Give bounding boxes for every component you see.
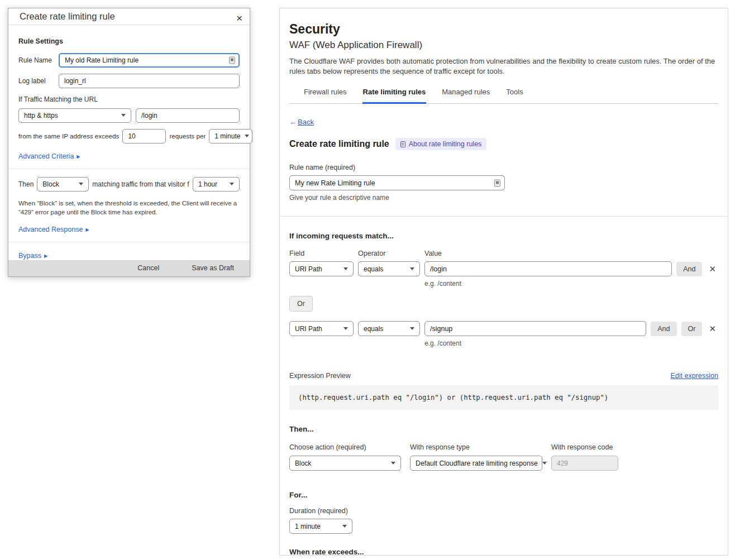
advanced-criteria-link[interactable]: Advanced Criteria	[18, 152, 80, 160]
chevron-down-icon	[343, 267, 348, 270]
dialog-header: Create rate limiting rule ×	[8, 8, 250, 25]
rule-name-input[interactable]	[59, 53, 240, 68]
response-type-label: With response type	[410, 443, 542, 451]
tab-tools[interactable]: Tools	[505, 88, 523, 104]
value-column-label: Value	[424, 250, 718, 257]
or-button[interactable]: Or	[681, 322, 703, 336]
cancel-button[interactable]: Cancel	[134, 264, 163, 272]
for-heading: For...	[289, 491, 718, 499]
ban-duration-select[interactable]: 1 hour	[193, 177, 240, 192]
rate-limit-dialog: Create rate limiting rule × Rule Setting…	[8, 8, 250, 277]
log-label-row: Log label	[18, 74, 240, 88]
tab-managed-rules[interactable]: Managed rules	[441, 88, 490, 104]
about-rate-limiting-badge[interactable]: About rate limiting rules	[395, 138, 487, 150]
chevron-down-icon	[342, 525, 347, 528]
log-label-label: Log label	[18, 77, 54, 85]
condition-row: URI Path equals And Or ✕	[289, 321, 718, 336]
chevron-down-icon	[230, 183, 234, 185]
action-select[interactable]: Block	[37, 177, 89, 192]
duration-select[interactable]: 1 minute	[289, 519, 352, 534]
save-as-draft-button[interactable]: Save as Draft	[188, 264, 237, 272]
edit-expression-link[interactable]: Edit expression	[671, 372, 718, 380]
back-link[interactable]: ←Back	[289, 118, 314, 126]
bypass-link[interactable]: Bypass	[18, 252, 47, 260]
rate-exceeds-heading: When rate exceeds...	[289, 548, 718, 556]
then-heading: Then...	[289, 425, 718, 433]
divider	[280, 216, 728, 217]
url-match-row: http & https	[18, 108, 240, 123]
operator-select[interactable]: equals	[358, 261, 420, 276]
waf-tab-bar: Firewall rules Rate limiting rules Manag…	[289, 88, 718, 104]
threshold-suffix: requests per	[169, 132, 206, 140]
condition-row: URI Path equals And ✕	[289, 261, 718, 276]
scheme-select[interactable]: http & https	[18, 108, 131, 123]
expression-preview-code: (http.request.uri.path eq "/login") or (…	[289, 385, 718, 410]
and-button[interactable]: And	[676, 262, 702, 276]
chevron-down-icon	[542, 462, 547, 465]
condition-column-headers: Field Operator Value	[289, 250, 718, 257]
response-code-input	[551, 456, 618, 471]
chevron-down-icon	[79, 183, 83, 185]
chevron-down-icon	[391, 462, 395, 465]
block-note: When “Block” is set, when the threshold …	[18, 199, 240, 217]
dialog-footer: Cancel Save as Draft	[8, 260, 250, 276]
threshold-sentence: from the same IP address exceeds request…	[18, 129, 240, 143]
then-suffix: matching traffic from that visitor for	[92, 180, 189, 188]
duration-label: Duration (required)	[289, 507, 718, 515]
divider	[8, 242, 250, 242]
security-waf-page: Security WAF (Web Application Firewall) …	[279, 8, 728, 556]
then-label: Then	[18, 180, 34, 188]
expression-preview-label: Expression Preview	[289, 372, 351, 380]
operator-select[interactable]: equals	[358, 321, 420, 336]
chevron-down-icon	[410, 327, 414, 330]
close-icon[interactable]: ×	[236, 13, 242, 23]
rule-settings-heading: Rule Settings	[18, 37, 240, 45]
field-column-label: Field	[289, 250, 354, 257]
threshold-prefix: from the same IP address exceeds	[18, 132, 119, 140]
dialog-body: Rule Settings Rule Name Log label If Tra…	[8, 25, 250, 260]
response-code-label: With response code	[551, 443, 618, 451]
rule-name-row: Rule Name	[18, 53, 240, 68]
threshold-input[interactable]	[122, 129, 166, 143]
and-button[interactable]: And	[651, 322, 676, 336]
remove-condition-icon[interactable]: ✕	[707, 324, 718, 334]
remove-condition-icon[interactable]: ✕	[707, 264, 718, 274]
action-select[interactable]: Block	[289, 456, 401, 471]
rule-name-input[interactable]	[289, 175, 505, 190]
field-select[interactable]: URI Path	[289, 261, 354, 276]
field-select[interactable]: URI Path	[289, 321, 354, 336]
value-input[interactable]	[424, 261, 672, 276]
autofill-icon[interactable]	[229, 56, 235, 64]
traffic-matching-heading: If Traffic Matching the URL	[18, 95, 240, 103]
rule-name-label: Rule name (required)	[289, 164, 718, 171]
match-heading: If incoming requests match...	[289, 232, 718, 240]
chevron-down-icon	[343, 327, 348, 330]
value-hint: e.g. /content	[424, 280, 718, 288]
rule-name-label: Rule Name	[18, 56, 54, 64]
page-title: Security	[289, 22, 718, 37]
page-subtitle: WAF (Web Application Firewall)	[289, 40, 718, 51]
value-hint: e.g. /content	[424, 339, 718, 347]
form-title: Create rate limiting rule	[289, 139, 389, 149]
value-input[interactable]	[424, 321, 646, 336]
choose-action-label: Choose action (required)	[289, 443, 401, 451]
log-label-input[interactable]	[59, 74, 240, 88]
chevron-down-icon	[245, 135, 249, 137]
response-type-select[interactable]: Default Cloudflare rate limiting respons…	[410, 456, 542, 471]
chevron-down-icon	[410, 267, 414, 270]
dialog-title: Create rate limiting rule	[20, 11, 115, 22]
url-input[interactable]	[136, 108, 240, 123]
then-sentence: Then Block matching traffic from that vi…	[18, 177, 240, 192]
period-select[interactable]: 1 minute	[209, 129, 252, 143]
advanced-response-link[interactable]: Advanced Response	[18, 226, 89, 233]
or-connector-button[interactable]: Or	[289, 296, 313, 312]
tab-rate-limiting-rules[interactable]: Rate limiting rules	[362, 88, 427, 104]
divider	[8, 169, 250, 169]
rule-name-help: Give your rule a descriptive name	[289, 194, 718, 202]
autofill-icon[interactable]	[494, 179, 500, 186]
back-arrow-icon: ←	[289, 118, 297, 126]
tab-firewall-rules[interactable]: Firewall rules	[303, 88, 347, 104]
chevron-down-icon	[121, 114, 126, 117]
operator-column-label: Operator	[358, 250, 420, 257]
page-description: The Cloudflare WAF provides both automat…	[289, 56, 718, 76]
